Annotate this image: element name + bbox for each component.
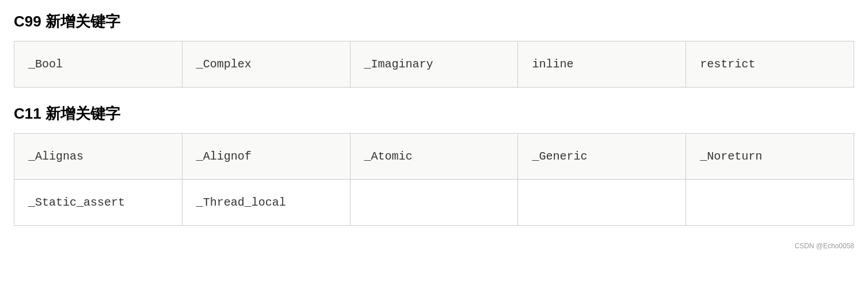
table-cell: restrict — [686, 41, 854, 88]
table-cell — [350, 180, 518, 226]
c99-table: _Bool_Complex_Imaginaryinlinerestrict — [14, 41, 854, 88]
table-cell: _Bool — [14, 41, 182, 88]
table-cell: _Static_assert — [14, 180, 182, 226]
table-cell: inline — [518, 41, 686, 88]
table-cell: _Imaginary — [350, 41, 518, 88]
table-cell: _Alignas — [14, 134, 182, 180]
table-cell: _Generic — [518, 134, 686, 180]
table-cell: _Complex — [182, 41, 350, 88]
table-cell — [518, 180, 686, 226]
c11-table: _Alignas_Alignof_Atomic_Generic_Noreturn… — [14, 133, 854, 226]
c99-title: C99 新增关键字 — [14, 12, 854, 32]
table-cell — [686, 180, 854, 226]
table-cell: _Thread_local — [182, 180, 350, 226]
table-cell: _Noreturn — [686, 134, 854, 180]
c11-title: C11 新增关键字 — [14, 104, 854, 124]
footer-text: CSDN @Echo0058 — [14, 242, 854, 250]
table-cell: _Alignof — [182, 134, 350, 180]
table-cell: _Atomic — [350, 134, 518, 180]
